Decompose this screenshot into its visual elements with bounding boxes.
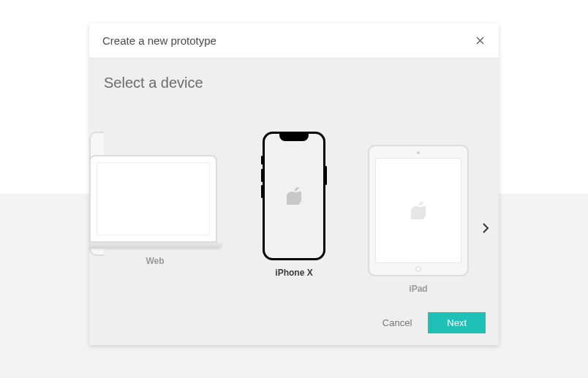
modal-header: Create a new prototype [89, 23, 499, 58]
device-option-iphone-x[interactable]: iPhone X [261, 132, 327, 278]
next-button[interactable]: Next [428, 312, 486, 333]
device-option-web[interactable]: Web [89, 155, 221, 266]
create-prototype-modal: Create a new prototype Select a device W… [89, 23, 499, 345]
device-label: iPhone X [261, 268, 327, 278]
modal-footer: Cancel Next [380, 312, 486, 333]
device-label: iPad [360, 284, 477, 294]
device-option-ipad[interactable]: iPad [360, 145, 477, 294]
apple-logo-icon [287, 187, 301, 205]
iphone-notch [279, 134, 309, 141]
device-carousel: Web iPhone X [89, 132, 499, 300]
close-icon [476, 37, 484, 45]
device-label: Web [89, 256, 221, 266]
modal-body: Select a device Web [89, 58, 499, 345]
ipad-home-button [415, 266, 421, 272]
iphone-illustration [263, 132, 325, 260]
close-button[interactable] [474, 35, 486, 47]
cancel-button[interactable]: Cancel [380, 313, 415, 333]
laptop-illustration [89, 155, 217, 243]
section-title: Select a device [104, 75, 203, 91]
ipad-camera [417, 151, 420, 154]
ipad-illustration [368, 145, 469, 276]
apple-logo-icon [411, 202, 426, 219]
modal-title: Create a new prototype [102, 34, 216, 47]
laptop-base-illustration [89, 243, 223, 249]
